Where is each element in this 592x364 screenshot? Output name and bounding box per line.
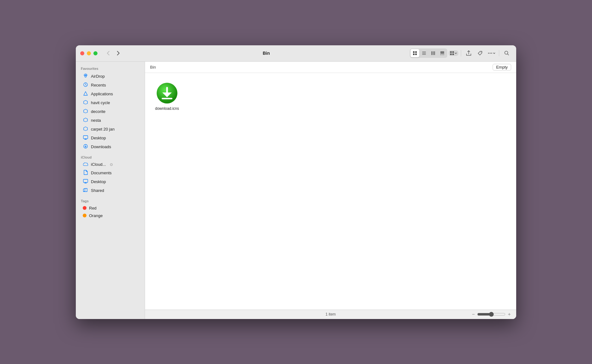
sidebar-label-airdrop: AirDrop	[91, 74, 105, 79]
sidebar-item-recents[interactable]: Recents	[78, 81, 143, 89]
svg-rect-29	[162, 98, 172, 99]
svg-rect-5	[422, 53, 426, 53]
desktop-icon	[83, 135, 88, 141]
minimize-button[interactable]	[87, 51, 91, 55]
sidebar-label-documents: Documents	[91, 171, 112, 175]
shared-icon	[83, 188, 88, 193]
sidebar-item-airdrop[interactable]: AirDrop	[78, 72, 143, 81]
svg-point-18	[481, 52, 481, 53]
svg-rect-6	[422, 54, 426, 55]
svg-point-20	[490, 53, 491, 54]
svg-rect-17	[452, 53, 454, 55]
finder-window: Bin	[76, 45, 516, 319]
svg-rect-7	[431, 51, 432, 55]
main-content: Favourites AirDrop	[76, 62, 516, 319]
sidebar-item-desktop[interactable]: Desktop	[78, 134, 143, 142]
view-icon-gallery[interactable]	[438, 49, 447, 57]
zoom-out-icon	[472, 312, 475, 316]
sidebar-item-tag-orange[interactable]: Orange	[78, 212, 143, 219]
sidebar-item-desktop-icloud[interactable]: Desktop	[78, 177, 143, 186]
sidebar: Favourites AirDrop	[76, 62, 145, 319]
svg-rect-2	[413, 53, 415, 55]
svg-rect-14	[450, 51, 452, 53]
sidebar-label-shared: Shared	[91, 188, 104, 193]
favourites-header: Favourites	[76, 65, 145, 72]
empty-button[interactable]: Empty	[493, 64, 511, 70]
sidebar-item-carpet-20-jan[interactable]: carpet 20 jan	[78, 125, 143, 133]
svg-rect-3	[415, 53, 417, 55]
maximize-button[interactable]	[93, 51, 98, 55]
sidebar-label-carpet-20-jan: carpet 20 jan	[91, 127, 114, 132]
icloud-drive-icon	[83, 162, 88, 167]
sidebar-label-recents: Recents	[91, 83, 106, 87]
applications-icon	[83, 91, 88, 97]
status-text: 1 item	[326, 312, 336, 316]
file-grid: download.icns	[145, 73, 516, 310]
icloud-header: iCloud	[76, 154, 145, 160]
sidebar-item-downloads[interactable]: Downloads	[78, 143, 143, 151]
airdrop-icon	[83, 73, 88, 79]
download-icns-icon	[156, 82, 178, 104]
sidebar-item-documents[interactable]: Documents	[78, 169, 143, 177]
tag-dot-orange	[83, 214, 87, 217]
svg-rect-15	[452, 51, 454, 53]
file-item-download-icns[interactable]: download.icns	[151, 79, 183, 113]
svg-rect-27	[83, 179, 88, 182]
title-bar: Bin	[76, 45, 516, 62]
toolbar-right	[410, 48, 512, 58]
zoom-range-input[interactable]	[477, 312, 505, 317]
view-icon-list[interactable]	[420, 49, 428, 57]
view-icon-grid[interactable]	[410, 49, 419, 57]
sidebar-label-nesta: nesta	[91, 118, 101, 123]
sidebar-item-nesta[interactable]: nesta	[78, 116, 143, 125]
svg-rect-25	[83, 136, 88, 139]
svg-rect-32	[509, 313, 510, 316]
desktop-icloud-icon	[83, 179, 88, 185]
sidebar-section-icloud: iCloud iCloud... ⊙	[76, 154, 145, 195]
search-button[interactable]	[502, 48, 512, 58]
tags-header: Tags	[76, 197, 145, 204]
svg-rect-12	[442, 54, 443, 55]
sidebar-item-havit-cycle[interactable]: havit cycle	[78, 98, 143, 107]
svg-point-21	[491, 53, 492, 54]
sidebar-item-shared[interactable]: Shared	[78, 186, 143, 195]
sidebar-label-havit-cycle: havit cycle	[91, 100, 110, 105]
view-dropdown[interactable]	[449, 50, 458, 56]
havit-cycle-icon	[83, 100, 88, 106]
view-icon-columns[interactable]	[429, 49, 438, 57]
sidebar-label-tag-red: Red	[89, 206, 97, 210]
window-title: Bin	[126, 51, 407, 56]
downloads-icon	[83, 144, 88, 150]
file-name: download.icns	[155, 106, 179, 111]
zoom-in-icon	[507, 312, 511, 316]
tags-button[interactable]	[475, 48, 485, 58]
carpet-icon	[83, 126, 88, 132]
sidebar-item-tag-red[interactable]: Red	[78, 204, 143, 212]
svg-rect-4	[422, 52, 426, 52]
sidebar-section-tags: Tags Red Orange	[76, 197, 145, 219]
share-button[interactable]	[464, 48, 474, 58]
recents-icon	[83, 82, 88, 88]
sidebar-label-desktop: Desktop	[91, 136, 106, 140]
svg-rect-13	[443, 54, 444, 55]
file-area: Bin Empty	[145, 62, 516, 319]
sidebar-label-tag-orange: Orange	[89, 213, 103, 218]
close-button[interactable]	[80, 51, 84, 55]
nesta-icon	[83, 117, 88, 123]
sidebar-item-applications[interactable]: Applications	[78, 90, 143, 98]
more-button[interactable]	[486, 48, 496, 58]
file-icon-container	[156, 82, 178, 104]
back-button[interactable]	[104, 49, 113, 58]
zoom-slider	[472, 312, 511, 317]
sidebar-item-decorite[interactable]: decorite	[78, 107, 143, 116]
sidebar-item-icloud-drive[interactable]: iCloud... ⊙	[78, 161, 143, 168]
documents-icon	[83, 170, 88, 176]
tag-dot-red	[83, 206, 87, 210]
sidebar-label-applications: Applications	[91, 92, 113, 96]
forward-button[interactable]	[114, 49, 123, 58]
toolbar-separator-2	[499, 50, 499, 56]
sidebar-section-favourites: Favourites AirDrop	[76, 65, 145, 151]
status-bar: 1 item	[145, 310, 516, 319]
svg-rect-16	[450, 53, 452, 55]
svg-point-23	[85, 76, 87, 77]
